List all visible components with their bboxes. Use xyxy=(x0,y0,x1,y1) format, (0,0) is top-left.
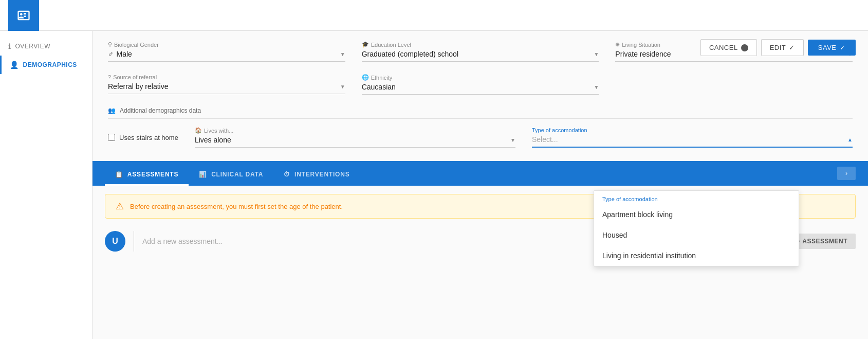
source-referral-field: ? Source of referral Referral by relativ… xyxy=(108,74,345,95)
sidebar-item-demographics[interactable]: 👤 Demographics xyxy=(0,56,92,74)
education-icon: 🎓 xyxy=(362,41,369,48)
tab-assessments[interactable]: 📋 Assessments xyxy=(105,165,189,186)
lives-with-field: 🏠 Lives with... Lives alone ▼ xyxy=(195,127,515,148)
group-icon: 👥 xyxy=(108,107,116,114)
assessment-avatar: U xyxy=(105,231,125,252)
cancel-label: CANCEL xyxy=(709,44,738,51)
edit-label: EDIT xyxy=(770,44,786,51)
type-accommodation-arrow: ▲ xyxy=(847,137,853,142)
form-row-2: ? Source of referral Referral by relativ… xyxy=(108,74,853,95)
edit-icon: ✓ xyxy=(789,44,795,51)
uses-stairs-checkbox[interactable] xyxy=(108,134,115,141)
type-accommodation-value[interactable]: Select... ▲ xyxy=(532,135,853,148)
tab-clinical-data[interactable]: 📊 Clinical Data xyxy=(189,165,273,186)
ethnicity-field: 🌐 Ethnicity Caucasian ▼ xyxy=(362,74,599,95)
clinical-data-icon: 📊 xyxy=(199,171,207,178)
type-accommodation-label: Type of accomodation xyxy=(532,127,853,133)
biological-gender-label: ⚲ Biological Gender xyxy=(108,41,345,48)
tab-right-button[interactable]: › xyxy=(837,167,856,180)
assessment-divider xyxy=(134,231,134,252)
biological-gender-value[interactable]: ♂ Male ▼ xyxy=(108,50,345,62)
education-level-value[interactable]: Graduated (completed) school ▼ xyxy=(362,50,599,62)
assessments-icon: 📋 xyxy=(115,171,123,178)
edit-button[interactable]: EDIT ✓ xyxy=(761,39,804,56)
dropdown-popup-label: Type of accomodation xyxy=(594,191,799,204)
cancel-icon xyxy=(741,44,748,51)
save-check-icon: ✓ xyxy=(840,44,846,51)
ethnicity-arrow: ▼ xyxy=(594,84,599,90)
save-label: SAVE xyxy=(818,44,837,51)
sidebar: ℹ Overview 👤 Demographics xyxy=(0,31,93,339)
sidebar-item-overview[interactable]: ℹ Overview xyxy=(0,37,92,56)
empty-field-3 xyxy=(615,74,853,95)
ethnicity-label: 🌐 Ethnicity xyxy=(362,74,599,81)
cancel-button[interactable]: CANCEL xyxy=(700,39,757,56)
tab-interventions[interactable]: ⏱ Interventions xyxy=(273,165,360,186)
education-level-arrow: ▼ xyxy=(594,51,599,57)
warning-triangle-icon: ⚠ xyxy=(116,201,124,212)
house-icon: 🏠 xyxy=(195,127,202,134)
referral-icon: ? xyxy=(108,74,111,80)
source-referral-arrow: ▼ xyxy=(340,84,345,90)
lives-with-label: 🏠 Lives with... xyxy=(195,127,515,134)
layout: ℹ Overview 👤 Demographics CANCEL EDIT ✓ … xyxy=(0,31,868,339)
globe-icon: 🌐 xyxy=(362,74,369,81)
tab-bar: 📋 Assessments 📊 Clinical Data ⏱ Interven… xyxy=(93,161,868,186)
checkbox-row: Uses stairs at home 🏠 Lives with... Live… xyxy=(108,127,853,148)
lives-with-value[interactable]: Lives alone ▼ xyxy=(195,136,515,148)
warning-text: Before creating an assessment, you must … xyxy=(130,203,343,210)
app-icon xyxy=(8,0,39,31)
dropdown-option-apartment[interactable]: Apartment block living xyxy=(594,204,799,225)
gender-icon: ⚲ xyxy=(108,41,112,48)
header-actions: CANCEL EDIT ✓ SAVE ✓ xyxy=(700,39,856,56)
uses-stairs-item: Uses stairs at home xyxy=(108,134,178,141)
gender-symbol: ♂ xyxy=(108,50,114,58)
biological-gender-field: ⚲ Biological Gender ♂ Male ▼ xyxy=(108,41,345,62)
lives-with-arrow: ▼ xyxy=(510,137,515,143)
home-icon: ⊕ xyxy=(615,41,620,48)
type-accommodation-field[interactable]: Type of accomodation Select... ▲ xyxy=(532,127,853,148)
main-content: CANCEL EDIT ✓ SAVE ✓ ⚲ Biological xyxy=(93,31,868,339)
top-bar xyxy=(0,0,868,31)
dropdown-option-housed[interactable]: Housed xyxy=(594,225,799,245)
type-accommodation-placeholder: Select... xyxy=(532,135,558,144)
info-icon: ℹ xyxy=(8,42,11,50)
save-button[interactable]: SAVE ✓ xyxy=(808,40,856,56)
biological-gender-arrow: ▼ xyxy=(340,51,345,57)
interventions-icon: ⏱ xyxy=(284,171,290,178)
sidebar-overview-label: Overview xyxy=(15,43,50,50)
uses-stairs-label: Uses stairs at home xyxy=(119,134,178,141)
education-level-label: 🎓 Education Level xyxy=(362,41,599,48)
ethnicity-value[interactable]: Caucasian ▼ xyxy=(362,83,599,95)
person-icon: 👤 xyxy=(10,61,19,69)
source-referral-value[interactable]: Referral by relative ▼ xyxy=(108,82,345,94)
sidebar-demographics-label: Demographics xyxy=(23,61,77,68)
accommodation-dropdown-popup: Type of accomodation Apartment block liv… xyxy=(594,190,799,266)
source-referral-label: ? Source of referral xyxy=(108,74,345,80)
education-level-field: 🎓 Education Level Graduated (completed) … xyxy=(362,41,599,62)
additional-demographics-section: 👥 Additional demographics data xyxy=(108,107,853,119)
dropdown-option-residential[interactable]: Living in residential institution xyxy=(594,245,799,266)
id-card-icon xyxy=(16,8,31,23)
